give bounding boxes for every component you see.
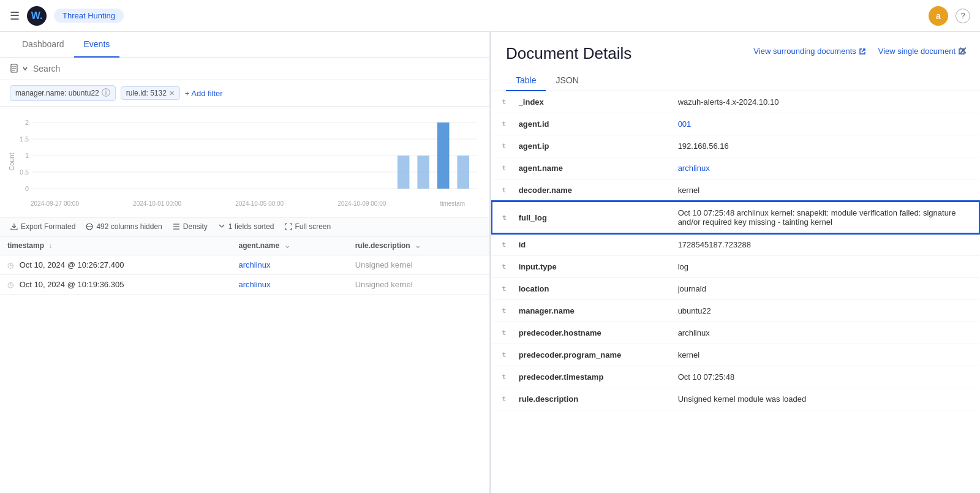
svg-text:0.5: 0.5	[20, 169, 29, 176]
field-type-indicator: t	[492, 322, 509, 344]
field-type-indicator: t	[492, 344, 509, 366]
svg-text:0: 0	[25, 186, 29, 192]
chart-x-labels: 2024-09-27 00:00 2024-10-01 00:00 2024-1…	[12, 200, 477, 207]
field-type-indicator: t	[492, 91, 509, 113]
field-name-cell: manager.name	[509, 300, 668, 322]
tab-json[interactable]: JSON	[546, 70, 588, 91]
sort-icon	[217, 222, 226, 231]
field-value-cell: journald	[668, 278, 979, 300]
doc-field-row[interactable]: tinput.typelog	[492, 256, 979, 278]
export-button[interactable]: Export Formated	[10, 222, 75, 231]
doc-field-row[interactable]: tdecoder.namekernel	[492, 179, 979, 202]
field-type-indicator: t	[492, 388, 509, 410]
filter-remove-icon[interactable]: ✕	[169, 89, 175, 97]
y-axis-label: Count	[8, 152, 15, 170]
tab-table[interactable]: Table	[506, 70, 546, 91]
field-name-cell: full_log	[509, 201, 668, 233]
help-icon[interactable]: ?	[956, 9, 970, 23]
export-icon	[10, 222, 18, 231]
field-name-cell: predecoder.hostname	[509, 322, 668, 344]
field-name-cell: decoder.name	[509, 179, 668, 202]
filter-rule-id[interactable]: rule.id: 5132 ✕	[121, 86, 180, 100]
chevron-down-icon	[22, 66, 28, 72]
table-row[interactable]: ◷ Oct 10, 2024 @ 10:26:27.400 archlinux …	[0, 255, 489, 275]
document-icon	[10, 64, 20, 73]
filter-manager-name[interactable]: manager.name: ubuntu22 ⓘ	[10, 85, 116, 101]
field-value-cell: log	[668, 256, 979, 278]
chart-area: Count 2 1.5 1 0.5 0 202	[0, 107, 489, 217]
field-type-indicator: t	[492, 278, 509, 300]
agent-name-link[interactable]: archlinux	[238, 260, 270, 269]
columns-hidden-indicator[interactable]: 492 columns hidden	[85, 222, 162, 231]
view-surrounding-button[interactable]: View surrounding documents	[753, 47, 865, 57]
doc-field-row[interactable]: trule.descriptionUnsigned kernel module …	[492, 388, 979, 410]
external-link-icon	[859, 48, 866, 55]
col-rule-description[interactable]: rule.description ⌄	[348, 236, 489, 255]
doc-header: Document Details View surrounding docume…	[491, 32, 980, 63]
subnav-dashboard[interactable]: Dashboard	[12, 32, 74, 58]
field-type-indicator: t	[492, 179, 509, 202]
doc-field-row[interactable]: tagent.namearchlinux	[492, 157, 979, 179]
doc-field-row[interactable]: t_indexwazuh-alerts-4.x-2024.10.10	[492, 91, 979, 113]
doc-field-row[interactable]: tmanager.nameubuntu22	[492, 300, 979, 322]
top-navigation: ☰ W. Threat Hunting a ?	[0, 0, 980, 32]
doc-field-row[interactable]: tagent.ip192.168.56.16	[492, 135, 979, 157]
svg-line-24	[862, 49, 865, 52]
field-name-cell: id	[509, 233, 668, 256]
doc-field-row[interactable]: tid1728545187.723288	[492, 233, 979, 256]
col-agent-name[interactable]: agent.name ⌄	[231, 236, 347, 255]
doc-field-row[interactable]: tpredecoder.timestampOct 10 07:25:48	[492, 366, 979, 388]
hamburger-icon[interactable]: ☰	[10, 9, 20, 23]
field-value-cell: Oct 10 07:25:48	[668, 366, 979, 388]
field-name-cell: agent.ip	[509, 135, 668, 157]
subnav-events[interactable]: Events	[74, 32, 120, 58]
field-value-cell[interactable]: 001	[668, 113, 979, 135]
doc-field-row[interactable]: tpredecoder.program_namekernel	[492, 344, 979, 366]
data-table: timestamp ↓ agent.name ⌄ rule.descriptio…	[0, 236, 489, 493]
sort-desc-icon: ↓	[48, 241, 52, 250]
search-input[interactable]	[33, 64, 480, 73]
fields-sorted-indicator[interactable]: 1 fields sorted	[217, 222, 274, 231]
field-value-cell: 1728545187.723288	[668, 233, 979, 256]
main-layout: Dashboard Events	[0, 0, 980, 493]
search-icon-box[interactable]	[10, 64, 28, 73]
field-type-indicator: t	[492, 256, 509, 278]
table-row[interactable]: ◷ Oct 10, 2024 @ 10:19:36.305 archlinux …	[0, 275, 489, 295]
svg-rect-16	[437, 122, 450, 189]
close-button[interactable]: ✕	[956, 42, 970, 60]
density-icon	[172, 222, 181, 231]
field-type-indicator: t	[492, 135, 509, 157]
chart-svg: 2 1.5 1 0.5 0	[12, 116, 477, 196]
time-icon2: ◷	[7, 280, 13, 289]
field-value-cell: wazuh-alerts-4.x-2024.10.10	[668, 91, 979, 113]
fullscreen-icon	[284, 222, 293, 231]
doc-field-row[interactable]: tagent.id001	[492, 113, 979, 135]
field-name-cell: agent.id	[509, 113, 668, 135]
field-type-indicator: t	[492, 113, 509, 135]
doc-field-row[interactable]: tpredecoder.hostnamearchlinux	[492, 322, 979, 344]
view-single-button[interactable]: View single document	[878, 47, 965, 57]
field-type-indicator: t	[492, 157, 509, 179]
filters-row: manager.name: ubuntu22 ⓘ rule.id: 5132 ✕…	[0, 80, 489, 107]
agent-name-link2[interactable]: archlinux	[238, 280, 270, 289]
field-type-indicator: t	[492, 300, 509, 322]
svg-rect-15	[417, 156, 429, 189]
field-value-cell: kernel	[668, 344, 979, 366]
avatar[interactable]: a	[929, 6, 948, 26]
doc-field-row[interactable]: tfull_logOct 10 07:25:48 archlinux kerne…	[492, 201, 979, 233]
svg-text:1.5: 1.5	[20, 136, 29, 143]
density-button[interactable]: Density	[172, 222, 208, 231]
time-icon: ◷	[7, 261, 13, 269]
svg-text:1: 1	[25, 152, 29, 159]
doc-table-wrap: t_indexwazuh-alerts-4.x-2024.10.10tagent…	[491, 91, 980, 493]
field-value-cell[interactable]: archlinux	[668, 157, 979, 179]
sub-navigation: Dashboard Events	[0, 32, 489, 58]
filter-info-icon[interactable]: ⓘ	[102, 88, 110, 99]
table-toolbar: Export Formated 492 columns hidden Densi…	[0, 217, 489, 236]
fullscreen-button[interactable]: Full screen	[284, 222, 331, 231]
col-timestamp[interactable]: timestamp ↓	[0, 236, 231, 255]
doc-tabs: Table JSON	[491, 63, 980, 91]
add-filter-button[interactable]: + Add filter	[185, 89, 223, 98]
field-name-cell: agent.name	[509, 157, 668, 179]
doc-field-row[interactable]: tlocationjournald	[492, 278, 979, 300]
